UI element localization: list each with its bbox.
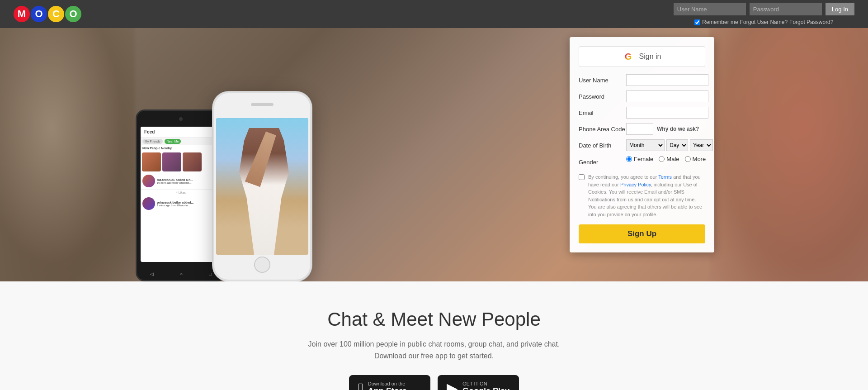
app-badges:  Download on the App Store ▶ GET IT ON …	[9, 375, 859, 390]
phone-tabs: My Friends Near Me	[141, 138, 221, 145]
back-icon: ◁	[150, 271, 154, 276]
forgot-username-link[interactable]: Forgot User Name?	[740, 19, 788, 25]
logo-letter-m: M	[14, 6, 30, 22]
google-signin-label: Sign in	[639, 52, 661, 61]
ios-screen	[216, 118, 308, 255]
phone-mockups: Feed My Friends Near Me New People Nearb…	[136, 91, 312, 281]
gender-options: Female Male More	[626, 156, 706, 162]
phone-list-item-2: princesskibeibe added... 7 mins ago from…	[141, 195, 221, 212]
login-button[interactable]: Log In	[826, 3, 854, 15]
terms-block: By continuing, you agree to our Terms an…	[579, 173, 705, 218]
logo: M O C O	[14, 6, 81, 22]
google-play-main: Google Play	[462, 386, 509, 390]
terms-checkbox[interactable]	[579, 174, 585, 180]
hero-background	[0, 28, 868, 281]
nav-links: Remember me Forgot User Name? Forgot Pas…	[694, 19, 833, 25]
gender-female-radio[interactable]	[626, 156, 632, 162]
nearby-label: New People Nearby	[141, 145, 221, 151]
signup-panel: G Sign in User Name Password Email Phone…	[570, 37, 714, 252]
password-row: Password	[579, 90, 705, 102]
username-label: User Name	[579, 77, 626, 84]
remember-me-label[interactable]: Remember me	[694, 19, 738, 25]
logo-letter-c: C	[48, 6, 64, 22]
bottom-desc-2: Download our free app to get started.	[374, 352, 494, 360]
phone-row: Phone Area Code Why do we ask?	[579, 123, 705, 135]
email-row: Email	[579, 107, 705, 119]
gender-more[interactable]: More	[685, 156, 706, 162]
signup-email-input[interactable]	[626, 107, 708, 119]
hero-section: Feed My Friends Near Me New People Nearb…	[0, 28, 868, 281]
google-signin-button[interactable]: G Sign in	[579, 46, 705, 67]
nav-username-input[interactable]	[674, 3, 746, 15]
phone-user-2: princesskibeibe added... 7 mins ago from…	[157, 201, 193, 207]
gender-more-radio[interactable]	[685, 156, 691, 162]
app-store-badge[interactable]:  Download on the App Store	[349, 375, 430, 390]
phone-avatar-2	[142, 197, 155, 210]
forgot-password-link[interactable]: Forgot Password?	[789, 19, 833, 25]
logo-letter-o: O	[31, 6, 47, 22]
bottom-title: Chat & Meet New People	[9, 309, 859, 330]
signup-password-input[interactable]	[626, 90, 708, 102]
feed-header: Feed	[141, 127, 221, 138]
dob-row: Date of Birth Month JanuaryFebruaryMarch…	[579, 139, 705, 151]
signup-username-input[interactable]	[626, 74, 708, 86]
gender-female[interactable]: Female	[626, 156, 653, 162]
year-select[interactable]: Year	[690, 139, 713, 151]
google-play-badge[interactable]: ▶ GET IT ON Google Play	[438, 375, 519, 390]
terms-text: By continuing, you agree to our Terms an…	[588, 173, 705, 218]
gender-male-label: Male	[666, 156, 679, 162]
nav-inputs: Log In	[674, 3, 854, 15]
password-label: Password	[579, 93, 626, 100]
ios-speaker	[251, 103, 274, 106]
google-icon: G	[623, 51, 634, 62]
apple-icon: 	[358, 380, 363, 390]
terms-link[interactable]: Terms	[658, 174, 672, 180]
bottom-desc-1: Join over 100 million people in public c…	[308, 340, 560, 348]
gender-male-radio[interactable]	[659, 156, 665, 162]
nav-right: Log In Remember me Forgot User Name? For…	[674, 3, 854, 25]
phone-likes: 4 Likes	[141, 190, 221, 195]
android-nav-bar: ◁ ○ □	[137, 271, 225, 276]
gender-female-label: Female	[634, 156, 653, 162]
day-select[interactable]: Day	[666, 139, 688, 151]
logo-letter-o2: O	[65, 6, 81, 22]
gender-label: Gender	[579, 159, 626, 166]
bottom-section: Chat & Meet New People Join over 100 mil…	[0, 281, 868, 390]
signup-button[interactable]: Sign Up	[579, 224, 705, 243]
gender-male[interactable]: Male	[659, 156, 679, 162]
google-play-sub: GET IT ON	[462, 381, 509, 386]
remember-me-text: Remember me	[702, 19, 738, 25]
bottom-desc: Join over 100 million people in public c…	[9, 338, 859, 361]
camera-dot	[179, 117, 183, 121]
gender-row: Gender Female Male More	[579, 156, 705, 169]
android-screen: Feed My Friends Near Me New People Nearb…	[141, 127, 221, 262]
privacy-link[interactable]: Privacy Policy	[620, 182, 651, 187]
email-label: Email	[579, 109, 626, 116]
username-row: User Name	[579, 74, 705, 86]
home-icon: ○	[180, 271, 183, 276]
near-me-tab[interactable]: Near Me	[165, 139, 181, 144]
ios-home-button[interactable]	[254, 257, 270, 273]
recent-icon: □	[209, 271, 212, 276]
app-store-sub: Download on the	[368, 381, 407, 386]
play-icon: ▶	[447, 380, 458, 390]
app-store-main: App Store	[368, 386, 407, 390]
my-friends-tab[interactable]: My Friends	[142, 139, 163, 144]
phone-user-1: mz.texan.21 added a n... 10 mins ago fro…	[157, 178, 193, 184]
app-store-text: Download on the App Store	[368, 381, 407, 390]
month-select[interactable]: Month JanuaryFebruaryMarch AprilMayJune …	[626, 139, 665, 151]
phone-label: Phone Area Code	[579, 126, 626, 133]
top-nav: M O C O Log In Remember me Forgot User N…	[0, 0, 868, 28]
gender-more-label: More	[693, 156, 706, 162]
remember-me-checkbox[interactable]	[694, 19, 700, 25]
phone-area-input[interactable]	[626, 123, 653, 135]
why-ask-text: Why do we ask?	[657, 126, 699, 132]
phone-avatar-1	[142, 175, 155, 187]
nav-password-input[interactable]	[750, 3, 822, 15]
dob-label: Date of Birth	[579, 142, 626, 149]
person-photo	[216, 118, 308, 255]
ios-phone	[212, 91, 312, 281]
phone-list-item-1: mz.texan.21 added a n... 10 mins ago fro…	[141, 173, 221, 190]
google-play-text: GET IT ON Google Play	[462, 381, 509, 390]
